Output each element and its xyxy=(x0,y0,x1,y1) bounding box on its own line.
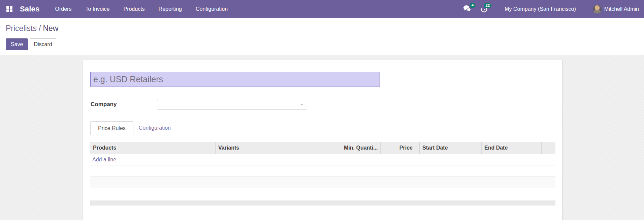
tab-configuration[interactable]: Configuration xyxy=(133,121,176,135)
label-field-divider xyxy=(153,91,153,113)
activities-badge: 22 xyxy=(484,3,491,8)
column-header-empty xyxy=(542,142,555,154)
table-row-empty xyxy=(90,188,555,200)
apps-grid-square xyxy=(6,9,9,12)
table-row-empty xyxy=(90,177,555,188)
save-button[interactable]: Save xyxy=(6,38,28,50)
main-menu: Orders To Invoice Products Reporting Con… xyxy=(55,6,228,12)
menu-products[interactable]: Products xyxy=(123,6,144,12)
table-row-empty xyxy=(90,165,555,177)
notebook-tabs: Price Rules Configuration xyxy=(90,121,555,135)
menu-reporting[interactable]: Reporting xyxy=(159,6,182,12)
navbar-systray: 4 22 My Company (San Francisco) Mitchell… xyxy=(463,5,644,13)
column-header-start-date[interactable]: Start Date xyxy=(420,142,482,154)
form-view-background: Company Price Rules Configuration Produc… xyxy=(0,55,644,220)
app-brand[interactable]: Sales xyxy=(20,5,40,13)
company-label: Company xyxy=(91,99,117,110)
apps-grid-icon[interactable] xyxy=(6,6,12,12)
discard-button[interactable]: Discard xyxy=(30,38,56,50)
breadcrumb-separator: / xyxy=(37,24,43,33)
tab-price-rules[interactable]: Price Rules xyxy=(90,121,133,135)
top-navbar: Sales Orders To Invoice Products Reporti… xyxy=(0,0,644,18)
apps-grid-square xyxy=(6,6,9,9)
control-panel: Pricelists/New Save Discard xyxy=(0,18,644,55)
breadcrumb: Pricelists/New xyxy=(6,24,58,33)
user-menu[interactable]: Mitchell Admin xyxy=(593,5,639,13)
column-header-end-date[interactable]: End Date xyxy=(482,142,542,154)
price-rules-table: Products Variants Min. Quanti... Price S… xyxy=(90,142,555,206)
menu-configuration[interactable]: Configuration xyxy=(196,6,228,12)
messages-button[interactable]: 4 xyxy=(463,5,472,13)
menu-orders[interactable]: Orders xyxy=(55,6,72,12)
column-header-products[interactable]: Products xyxy=(90,142,216,154)
avatar xyxy=(593,5,602,13)
apps-grid-square xyxy=(10,9,12,12)
column-header-price[interactable]: Price xyxy=(381,142,420,154)
company-switcher[interactable]: My Company (San Francisco) xyxy=(505,6,576,12)
apps-grid-square xyxy=(10,6,12,9)
table-header-row: Products Variants Min. Quanti... Price S… xyxy=(90,142,555,154)
messages-badge: 4 xyxy=(470,3,475,8)
company-select[interactable] xyxy=(157,99,307,110)
list-footer-bar xyxy=(90,200,555,206)
chevron-down-icon xyxy=(300,104,303,105)
column-header-min-quantity[interactable]: Min. Quanti... xyxy=(341,142,381,154)
column-header-variants[interactable]: Variants xyxy=(216,142,341,154)
pricelist-name-input[interactable] xyxy=(90,72,380,87)
breadcrumb-current: New xyxy=(43,24,58,33)
user-name: Mitchell Admin xyxy=(604,6,639,12)
menu-to-invoice[interactable]: To Invoice xyxy=(85,6,109,12)
pricelist-form-card: Company Price Rules Configuration Produc… xyxy=(83,60,562,220)
activities-button[interactable]: 22 xyxy=(480,5,488,13)
breadcrumb-pricelists[interactable]: Pricelists xyxy=(6,24,37,33)
table-row: Add a line xyxy=(90,154,555,165)
add-a-line-link[interactable]: Add a line xyxy=(92,157,116,162)
form-action-buttons: Save Discard xyxy=(6,38,56,50)
